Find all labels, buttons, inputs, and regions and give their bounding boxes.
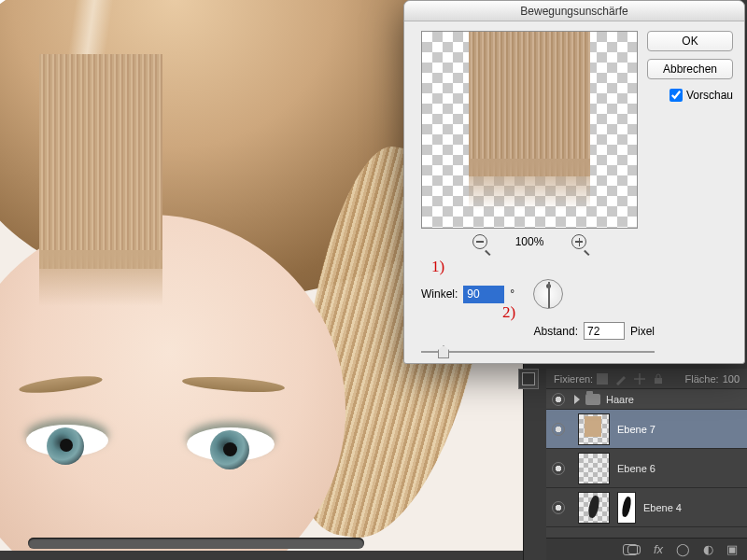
- layers-lock-row: Fixieren: Fläche: 100: [546, 369, 747, 389]
- distance-slider[interactable]: [421, 344, 655, 359]
- layer-thumbnail[interactable]: [578, 453, 610, 484]
- slider-track: [421, 351, 655, 353]
- dialog-title: Bewegungsunschärfe: [520, 5, 627, 18]
- canvas-horizontal-scrollbar[interactable]: [28, 538, 364, 549]
- distance-input[interactable]: [584, 322, 625, 340]
- layer-row[interactable]: Ebene 6: [546, 449, 747, 488]
- layers-panel-footer: fx ◯ ◐ ▣: [546, 538, 747, 560]
- visibility-toggle-icon[interactable]: [552, 423, 565, 436]
- link-layers-icon[interactable]: [627, 545, 641, 554]
- photo-pupil-left: [60, 439, 73, 452]
- svg-rect-1: [655, 378, 662, 384]
- motion-blur-applied-region: [39, 54, 162, 269]
- adjustment-layer-icon[interactable]: ◐: [703, 542, 713, 556]
- layer-row[interactable]: Ebene 4: [546, 488, 747, 527]
- annotation-1: 1): [431, 258, 444, 276]
- layer-row[interactable]: Ebene 7: [546, 410, 747, 449]
- layer-group-row[interactable]: Haare: [546, 389, 747, 410]
- visibility-toggle-icon[interactable]: [552, 462, 565, 475]
- motion-blur-dialog: Bewegungsunschärfe 100% OK Abbrechen Vor…: [403, 0, 745, 364]
- layer-thumbnail[interactable]: [578, 492, 610, 524]
- dialog-titlebar[interactable]: Bewegungsunschärfe: [404, 1, 744, 21]
- lock-brush-icon[interactable]: [614, 372, 627, 385]
- add-mask-icon[interactable]: ◯: [676, 542, 690, 556]
- lock-transparency-icon[interactable]: [596, 372, 609, 385]
- new-group-icon[interactable]: ▣: [726, 542, 738, 556]
- layers-panel: Fixieren: Fläche: 100 Haare Ebene 7 Eben…: [546, 369, 747, 560]
- preview-zoom-controls: 100%: [421, 234, 638, 249]
- layer-fx-icon[interactable]: fx: [654, 542, 663, 556]
- dialog-body: 100% OK Abbrechen Vorschau 1) 2) Winkel:…: [404, 21, 744, 363]
- preview-checkbox[interactable]: Vorschau: [669, 89, 733, 102]
- distance-unit: Pixel: [630, 325, 655, 338]
- photo-pupil-right: [223, 442, 237, 456]
- layer-thumbnail[interactable]: [578, 413, 610, 445]
- visibility-toggle-icon[interactable]: [552, 501, 565, 514]
- angle-label: Winkel:: [421, 287, 458, 301]
- preview-checkbox-label: Vorschau: [686, 89, 733, 102]
- dialog-buttons: OK Abbrechen: [647, 31, 733, 87]
- visibility-toggle-icon[interactable]: [552, 393, 565, 406]
- fill-label: Fläche:: [685, 373, 719, 385]
- folder-icon: [585, 394, 600, 405]
- angle-input[interactable]: [463, 286, 504, 303]
- cancel-button[interactable]: Abbrechen: [647, 59, 733, 79]
- distance-row: Abstand: Pixel: [421, 322, 655, 340]
- angle-unit: °: [510, 287, 514, 301]
- lock-all-icon[interactable]: [652, 372, 665, 385]
- layer-name[interactable]: Ebene 4: [643, 502, 682, 513]
- zoom-out-icon[interactable]: [472, 234, 487, 249]
- filter-preview-content: [469, 32, 590, 176]
- angle-row: Winkel: °: [421, 279, 563, 309]
- svg-rect-0: [597, 373, 608, 385]
- angle-dial[interactable]: [533, 279, 563, 309]
- lock-position-icon[interactable]: [633, 372, 646, 385]
- group-disclosure-icon[interactable]: [574, 395, 580, 404]
- filter-preview[interactable]: [421, 31, 638, 229]
- slider-thumb[interactable]: [438, 345, 449, 358]
- group-name[interactable]: Haare: [606, 394, 634, 405]
- zoom-in-icon[interactable]: [571, 234, 586, 249]
- layer-name[interactable]: Ebene 6: [617, 463, 655, 474]
- distance-label: Abstand:: [534, 325, 578, 338]
- layer-name[interactable]: Ebene 7: [617, 424, 655, 435]
- layer-mask-thumbnail[interactable]: [617, 492, 636, 524]
- lock-label: Fixieren:: [554, 373, 593, 385]
- fill-value[interactable]: 100: [723, 373, 740, 385]
- app-stage: Fixieren: Fläche: 100 Haare Ebene 7 Eben…: [0, 0, 747, 560]
- zoom-level: 100%: [515, 235, 544, 248]
- ok-button[interactable]: OK: [647, 31, 733, 51]
- quick-mask-swatch[interactable]: [518, 369, 539, 389]
- preview-checkbox-input[interactable]: [669, 89, 683, 102]
